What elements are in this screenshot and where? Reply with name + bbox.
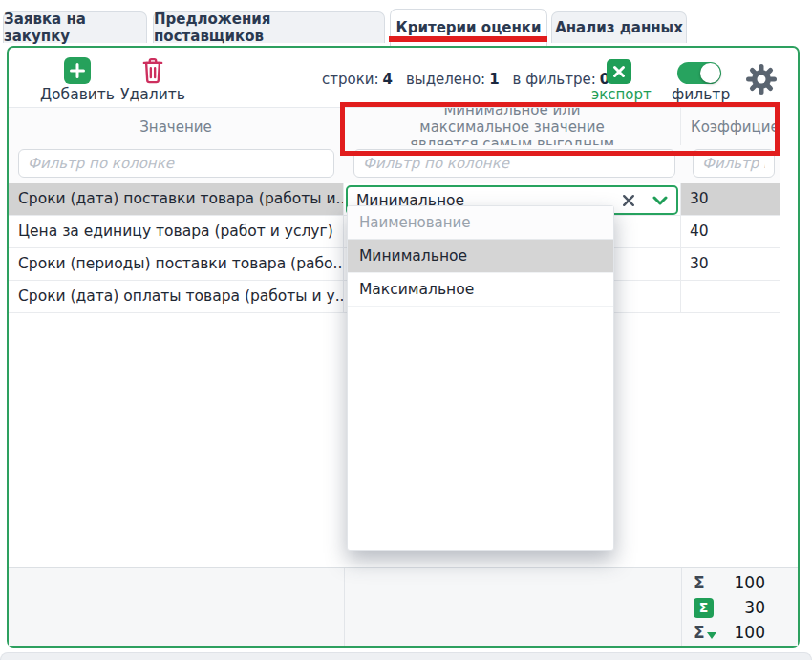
dropdown-group-header: Наименование [348,206,613,240]
trash-icon [140,57,165,84]
sum-filtered-value: 100 [735,623,765,642]
sigma-selected-icon: Σ [694,598,714,618]
grid-counters: строки:4 выделено:1 в фильтре:0 [322,71,609,88]
toggle-knob [700,63,720,83]
column-header-best-value[interactable]: Минимальное или максимальное значение яв… [344,108,681,145]
criteria-panel: Добавить Удалить строки:4 выделено:1 в ф… [7,46,800,648]
annotation-underline [389,36,547,42]
cell-coefficient[interactable]: 30 [681,183,780,215]
cell-coefficient[interactable] [681,281,780,312]
cell-value[interactable]: Сроки (дата) поставки товара (работы и..… [9,183,344,215]
add-button[interactable]: Добавить [32,57,123,103]
select-dropdown-panel: Наименование Минимальное Максимальное [347,205,614,551]
sigma-filter-icon: Σ [694,623,716,642]
filter-input-best-value[interactable] [353,149,675,178]
clear-icon[interactable] [622,194,635,207]
cell-value[interactable]: Сроки (дата) оплаты товара (работы и у..… [9,281,344,312]
sum-filtered-row: Σ 100 [681,620,780,645]
tab-purchase-request[interactable]: Заявка на закупку [3,11,147,43]
gear-icon[interactable] [745,63,778,96]
grid-footer: Σ 100 Σ 30 Σ 100 [9,567,798,646]
rows-count-value: 4 [383,71,393,88]
tab-label: Предложения поставщиков [154,11,384,45]
footer-divider [344,568,345,646]
dropdown-option-minimal[interactable]: Минимальное [348,240,613,273]
rows-counter: строки:4 [322,71,393,88]
selected-counter: выделено:1 [406,71,500,88]
column-header-value[interactable]: Значение [9,108,344,145]
sum-total-row: Σ 100 [681,570,780,595]
footer-sums: Σ 100 Σ 30 Σ 100 [681,570,780,645]
funnel-icon [707,632,716,639]
sum-total-value: 100 [735,573,765,592]
filter-toggle-label: фильтр [672,86,727,103]
cell-coefficient[interactable]: 40 [681,216,780,247]
filter-row [9,145,780,183]
export-button-label: экспорт [591,86,647,103]
tab-label: Анализ данных [555,19,683,36]
toggle-switch-icon[interactable] [677,62,721,84]
export-button[interactable]: экспорт [591,59,647,103]
delete-button[interactable]: Удалить [117,57,189,103]
add-button-label: Добавить [32,86,123,103]
sum-selected-row: Σ 30 [681,595,780,620]
column-header-row: Значение Минимальное или максимальное зн… [9,107,780,145]
bottom-strip [0,652,812,660]
filter-input-value[interactable] [18,149,334,178]
sigma-icon: Σ [694,573,705,592]
tab-label: Критерии оценки [395,19,541,36]
selected-count-value: 1 [489,71,499,88]
filter-input-coefficient[interactable] [693,149,775,178]
column-header-coefficient[interactable]: Коэффициент [681,108,780,145]
dropdown-option-maximal[interactable]: Максимальное [348,273,613,307]
tab-label: Заявка на закупку [4,11,146,45]
cell-coefficient[interactable]: 30 [681,248,780,280]
filter-toggle[interactable]: фильтр [672,62,727,103]
tab-data-analysis[interactable]: Анализ данных [551,11,687,43]
cell-value[interactable]: Цена за единицу товара (работ и услуг) [9,216,344,247]
excel-export-icon [607,59,631,84]
plus-icon [64,57,91,84]
tab-supplier-offers[interactable]: Предложения поставщиков [153,11,385,43]
cell-value[interactable]: Сроки (периоды) поставки товара (рабо... [9,248,344,280]
delete-button-label: Удалить [117,86,189,103]
chevron-down-icon[interactable] [652,196,668,205]
sum-selected-value: 30 [744,598,765,617]
